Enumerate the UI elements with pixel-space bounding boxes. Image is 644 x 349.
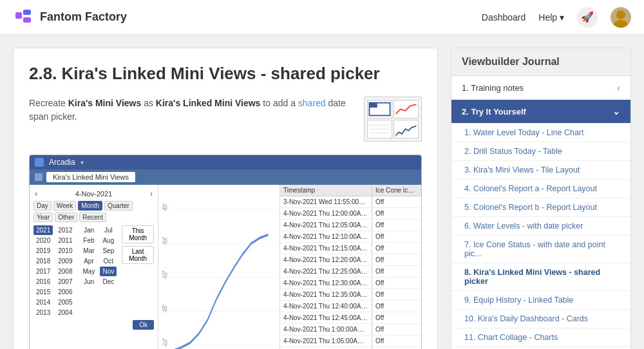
sidebar-sub-item-9[interactable]: 9. Equip History - Linked Table <box>451 291 630 310</box>
tab-quarter[interactable]: Quarter <box>104 201 133 211</box>
month-sep[interactable]: Sep <box>100 246 117 256</box>
content-area: 2.8. Kira's Linked Mini Views - shared p… <box>13 48 438 349</box>
this-month-btn[interactable]: This Month <box>122 225 154 243</box>
svg-rect-11 <box>35 173 43 181</box>
year-2008[interactable]: 2008 <box>55 267 75 276</box>
nav-help[interactable]: Help ▾ <box>538 12 564 23</box>
sidebar: Viewbuilder Journal 1. Training notes ‹ … <box>451 48 631 349</box>
year-2012[interactable]: 2012 <box>55 225 75 235</box>
date-next[interactable]: › <box>150 189 153 198</box>
sidebar-sub-item-8[interactable]: 8. Kira's Linked Mini Views - shared pic… <box>451 263 630 291</box>
app-bar-arrow: ▾ <box>80 159 84 166</box>
year-2007[interactable]: 2007 <box>55 277 75 287</box>
tab-week[interactable]: Week <box>53 201 76 211</box>
tab-day[interactable]: Day <box>33 201 52 211</box>
sidebar-sub-item-6[interactable]: 6. Water Levels - with date picker <box>451 217 630 236</box>
month-jul[interactable]: Jul <box>100 225 117 235</box>
sidebar-try-it[interactable]: 2. Try It Yourself ⌄ <box>451 100 630 124</box>
year-2019[interactable]: 2019 <box>33 246 53 256</box>
year-2015[interactable]: 2015 <box>33 287 53 297</box>
svg-rect-0 <box>15 12 22 19</box>
year-2016[interactable]: 2016 <box>33 277 53 287</box>
cell-timestamp: 4-Nov-2021 Thu 12:45:00AM UTC <box>280 312 372 323</box>
month-jan[interactable]: Jan <box>80 225 98 235</box>
shared-link[interactable]: shared <box>298 98 326 108</box>
date-prev[interactable]: ‹ <box>35 189 37 198</box>
year-2017[interactable]: 2017 <box>33 267 53 276</box>
app-tab[interactable]: Kira's Linked Mini Views <box>46 172 135 182</box>
year-2018[interactable]: 2018 <box>33 256 53 266</box>
thumb-cell-1 <box>367 100 392 118</box>
sidebar-sub-item-4[interactable]: 4. Colonel's Report a - Report Layout <box>451 180 630 198</box>
sidebar-box: Viewbuilder Journal 1. Training notes ‹ … <box>451 48 631 349</box>
sidebar-sub-item-2[interactable]: 2. Drill Status Today - Table <box>451 142 630 161</box>
tab-year[interactable]: Year <box>33 212 53 222</box>
bold-linked: Kira's Linked Mini Views <box>156 98 261 108</box>
month-mar[interactable]: Mar <box>80 246 98 256</box>
tab-other[interactable]: Other <box>55 212 77 222</box>
tab-recent[interactable]: Recent <box>79 212 106 222</box>
month-apr[interactable]: Apr <box>80 256 98 266</box>
thumb-cell-3 <box>367 120 392 138</box>
month-aug[interactable]: Aug <box>100 236 117 245</box>
table-row: 4-Nov-2021 Thu 1:05:00AM UTC Off <box>280 335 421 347</box>
rocket-icon[interactable]: 🚀 <box>577 7 598 28</box>
year-2005[interactable]: 2005 <box>55 297 75 307</box>
svg-point-4 <box>614 20 628 28</box>
cell-timestamp: 4-Nov-2021 Thu 12:05:00AM UTC <box>280 220 372 231</box>
year-2021[interactable]: 2021 <box>33 225 53 235</box>
month-col2: Jul Aug Sep Oct Nov Dec <box>100 225 117 317</box>
logo-text: Fantom Factory <box>40 10 127 24</box>
svg-text:5p: 5p <box>162 269 167 279</box>
year-2006[interactable]: 2006 <box>55 287 75 297</box>
table-row: 4-Nov-2021 Thu 12:45:00AM UTC Off <box>280 312 421 324</box>
month-feb[interactable]: Feb <box>80 236 98 245</box>
nav-dashboard[interactable]: Dashboard <box>482 12 526 23</box>
month-nov[interactable]: Nov <box>100 267 117 276</box>
sidebar-sub-item-3[interactable]: 3. Kira's Mini Views - Tile Layout <box>451 161 630 180</box>
cell-status: Off <box>372 208 421 219</box>
sidebar-sub-item-10[interactable]: 10. Kira's Daily Dashboard - Cards <box>451 310 630 328</box>
year-2009[interactable]: 2009 <box>55 256 75 266</box>
cell-status: Off <box>372 324 421 335</box>
month-jun[interactable]: Jun <box>80 277 98 287</box>
year-2004[interactable]: 2004 <box>55 308 75 317</box>
year-col1: 2021 2020 2019 2018 2017 2016 2015 2014 … <box>33 225 53 317</box>
last-month-btn[interactable]: Last Month <box>122 246 154 264</box>
year-2011[interactable]: 2011 <box>55 236 75 245</box>
page-title: 2.8. Kira's Linked Mini Views - shared p… <box>29 64 422 84</box>
svg-text:6p: 6p <box>162 303 167 313</box>
table-body: 3-Nov-2021 Wed 11:55:00PM UTC Off 4-Nov-… <box>280 196 421 349</box>
date-nav: ‹ 4-Nov-2021 › <box>33 189 154 198</box>
cell-timestamp: 4-Nov-2021 Thu 12:15:00AM UTC <box>280 243 372 254</box>
date-picker-panel: ‹ 4-Nov-2021 › Day Week Month Quarter Ye… <box>30 185 158 349</box>
col-status: Ice Cone Ice Drill Status <box>372 185 421 196</box>
cell-status: Off <box>372 196 421 207</box>
logo-icon <box>13 7 33 28</box>
sidebar-sub-item-5[interactable]: 5. Colonel's Report b - Report Layout <box>451 198 630 217</box>
svg-text:3p: 3p <box>162 236 167 245</box>
description-text: Recreate Kira's Mini Views as Kira's Lin… <box>29 97 354 124</box>
avatar-icon[interactable] <box>611 7 631 28</box>
table-row: 4-Nov-2021 Thu 12:35:00AM UTC Off <box>280 289 421 301</box>
date-display[interactable]: 4-Nov-2021 <box>75 190 112 198</box>
month-dec[interactable]: Dec <box>100 277 117 287</box>
ok-button[interactable]: Ok <box>133 320 154 330</box>
year-2010[interactable]: 2010 <box>55 246 75 256</box>
tab-month[interactable]: Month <box>78 201 102 211</box>
month-may[interactable]: May <box>80 267 98 276</box>
sidebar-sub-item-11[interactable]: 11. Chart Collage - Charts <box>451 328 630 347</box>
svg-text:7p: 7p <box>162 337 167 346</box>
year-2013[interactable]: 2013 <box>33 308 53 317</box>
month-oct[interactable]: Oct <box>100 256 117 266</box>
cell-status: Off <box>372 254 421 265</box>
sidebar-sub-item-1[interactable]: 1. Water Level Today - Line Chart <box>451 124 630 142</box>
year-2014[interactable]: 2014 <box>33 297 53 307</box>
year-2020[interactable]: 2020 <box>33 236 53 245</box>
thumb-cell-2 <box>393 100 419 118</box>
sidebar-training-notes[interactable]: 1. Training notes ‹ <box>451 76 630 100</box>
table-row: 4-Nov-2021 Thu 12:15:00AM UTC Off <box>280 243 421 254</box>
bold-kira-mini: Kira's Mini Views <box>68 98 142 108</box>
cell-status: Off <box>372 266 421 277</box>
sidebar-sub-item-7[interactable]: 7. Ice Cone Status - with date and point… <box>451 236 630 263</box>
